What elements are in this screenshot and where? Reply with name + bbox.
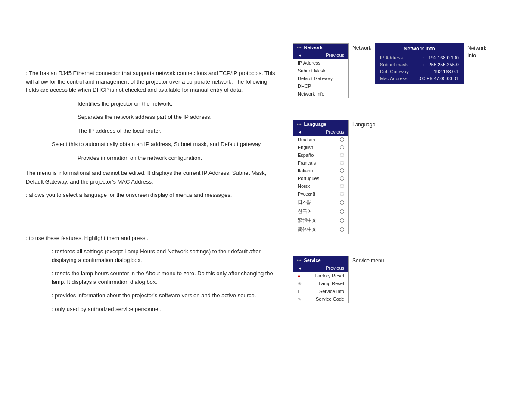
network-info-item[interactable]: Network Info [293, 90, 348, 98]
lang-francais-radio[interactable] [340, 161, 344, 165]
ip-label: IP Address [380, 55, 419, 60]
mac-label: Mac Address [380, 76, 419, 81]
service-dots: ••• [297, 258, 302, 263]
service-prev-label: Previous [326, 265, 344, 271]
service-right-label: Service menu [352, 256, 384, 264]
network-info-side-label: NetworkInfo [467, 43, 486, 59]
network-title-label: Network [304, 45, 323, 50]
lang-deutsch[interactable]: Deutsch [293, 136, 348, 143]
ip-sep: : [423, 55, 424, 60]
language-panel-group: ••• Language ◄ Previous Deutsch English … [293, 120, 486, 234]
lang-portugues[interactable]: Português [293, 174, 348, 182]
lang-italiano-radio[interactable] [340, 168, 344, 173]
service-code-icon: ✎ [298, 297, 301, 302]
service-previous-item[interactable]: ◄ Previous [293, 264, 348, 272]
language-previous-item[interactable]: ◄ Previous [293, 128, 348, 136]
service-info-icon: i [298, 289, 299, 294]
lang-francais[interactable]: Français [293, 159, 348, 167]
gateway-value: 192.168.0.1 [434, 69, 459, 74]
network-subnet-item[interactable]: Subnet Mask [293, 67, 348, 75]
network-info-title: Network Info [380, 46, 459, 52]
lang-norsk[interactable]: Norsk [293, 182, 348, 190]
lang-francais-label: Français [298, 160, 316, 165]
para9: : to use these features, highlight them … [26, 234, 276, 243]
lang-italiano[interactable]: Italiano [293, 167, 348, 174]
lamp-reset-icon: ☀ [298, 281, 302, 286]
lang-english-label: English [298, 145, 313, 150]
network-prev-label: Previous [326, 53, 344, 58]
lang-english-radio[interactable] [340, 145, 344, 149]
network-info-subnet-row: Subnet mask : 255.255.255.0 [380, 61, 459, 68]
lang-trad-chinese-label: 繁體中文 [298, 217, 317, 224]
arrow-left-icon: ◄ [298, 53, 302, 58]
service-lamp-reset[interactable]: ☀ Lamp Reset [293, 280, 348, 287]
arrow-left-icon: ◄ [298, 130, 302, 134]
network-dots: ••• [297, 45, 302, 50]
factory-reset-icon: ● [298, 274, 300, 278]
para7: The menu is informational and cannot be … [26, 169, 276, 186]
lang-norsk-label: Norsk [298, 184, 310, 189]
right-panels-column: ••• Network ◄ Previous IP Address Subnet… [293, 17, 486, 318]
lang-trad-chinese[interactable]: 繁體中文 [293, 216, 348, 225]
dhcp-checkbox[interactable] [340, 84, 344, 88]
network-gateway-item[interactable]: Default Gateway [293, 75, 348, 82]
service-info-label: Service Info [319, 289, 344, 294]
factory-reset-label: Factory Reset [315, 273, 344, 278]
para11: : resets the lamp hours counter in the A… [52, 269, 276, 286]
lang-portugues-label: Português [298, 176, 319, 181]
network-ip-label: IP Address [298, 60, 320, 65]
lang-korean-label: 한국어 [298, 208, 312, 215]
para8: : allows you to select a language for th… [26, 191, 276, 199]
network-info-ip-row: IP Address : 192.168.0.100 [380, 54, 459, 61]
lang-korean-radio[interactable] [340, 209, 344, 214]
service-panel-group: ••• Service ◄ Previous ● Factory Reset ☀… [293, 256, 486, 303]
ip-value: 192.168.0.100 [429, 55, 459, 60]
lang-portugues-radio[interactable] [340, 176, 344, 181]
service-factory-reset[interactable]: ● Factory Reset [293, 272, 348, 280]
lamp-reset-label: Lamp Reset [319, 281, 344, 286]
network-menu-title: ••• Network [293, 44, 348, 51]
lang-russian[interactable]: Русский [293, 190, 348, 198]
network-info-panel: Network Info IP Address : 192.168.0.100 … [375, 43, 464, 84]
service-code-label: Service Code [316, 296, 344, 302]
lang-russian-radio[interactable] [340, 192, 344, 196]
lang-korean[interactable]: 한국어 [293, 207, 348, 216]
lang-simp-chinese-label: 简体中文 [298, 226, 317, 233]
network-panel-group: ••• Network ◄ Previous IP Address Subnet… [293, 43, 486, 98]
subnet-sep: : [423, 62, 424, 67]
para3: Separates the network address part of th… [78, 113, 276, 121]
network-info-mac-row: Mac Address : 00:E9:47:05:00:01 [380, 75, 459, 82]
lang-deutsch-radio[interactable] [340, 137, 344, 142]
para2: Identifies the projector on the network. [78, 100, 276, 108]
lang-simp-chinese[interactable]: 简体中文 [293, 225, 348, 234]
language-right-label: Language [352, 120, 375, 128]
lang-espanol-label: Español [298, 153, 315, 158]
mac-value: 00:E9:47:05:00:01 [420, 76, 459, 81]
lang-norsk-radio[interactable] [340, 184, 344, 188]
network-gateway-label: Default Gateway [298, 76, 333, 81]
lang-japanese[interactable]: 日本語 [293, 198, 348, 207]
lang-russian-label: Русский [298, 191, 315, 196]
service-info[interactable]: i Service Info [293, 287, 348, 295]
language-dots: ••• [297, 122, 302, 127]
para1: : The has an RJ45 Ethernet connector tha… [26, 69, 276, 94]
service-code[interactable]: ✎ Service Code [293, 295, 348, 303]
lang-english[interactable]: English [293, 143, 348, 151]
lang-japanese-radio[interactable] [340, 200, 344, 205]
language-menu: ••• Language ◄ Previous Deutsch English … [293, 120, 349, 234]
network-info-gateway-row: Def. Gateway : 192.168.0.1 [380, 68, 459, 75]
network-dhcp-item[interactable]: DHCP [293, 82, 348, 90]
para10: : restores all settings (except Lamp Hou… [52, 247, 276, 264]
network-previous-item[interactable]: ◄ Previous [293, 51, 348, 59]
lang-simp-chinese-radio[interactable] [340, 227, 344, 232]
lang-trad-chinese-radio[interactable] [340, 218, 344, 223]
gateway-sep: : [426, 69, 427, 74]
lang-espanol-radio[interactable] [340, 153, 344, 157]
service-menu: ••• Service ◄ Previous ● Factory Reset ☀… [293, 256, 349, 303]
lang-deutsch-label: Deutsch [298, 137, 315, 142]
lang-espanol[interactable]: Español [293, 151, 348, 159]
network-ip-item[interactable]: IP Address [293, 59, 348, 67]
subnet-label: Subnet mask [380, 62, 419, 67]
left-text-column: : The has an RJ45 Ethernet connector tha… [26, 17, 276, 318]
network-right-label: Network [352, 43, 371, 51]
